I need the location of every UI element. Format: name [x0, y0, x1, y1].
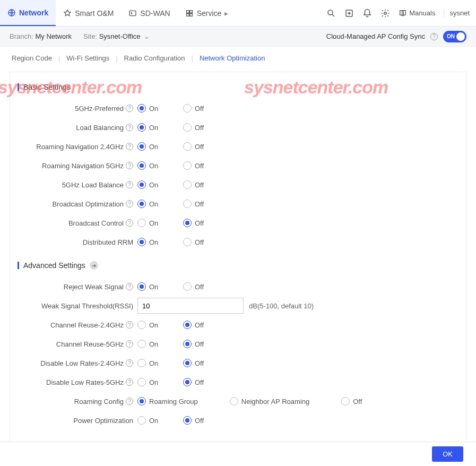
- opt-on: On: [149, 359, 162, 367]
- nav-smart-om-label: Smart O&M: [75, 9, 114, 18]
- opt-on: On: [149, 124, 162, 132]
- radio-dlr-24-off[interactable]: [183, 359, 192, 367]
- radio-load-balancing-on[interactable]: [137, 123, 146, 132]
- row-weak-threshold: Weak Signal Threshold(RSSI) dB(5-100, de…: [10, 296, 466, 315]
- radio-5ghz-preferred-on[interactable]: [137, 104, 146, 113]
- radio-5ghz-lb-off[interactable]: [183, 180, 192, 189]
- radio-bcast-ctl-on[interactable]: [137, 219, 146, 227]
- radio-load-balancing-off[interactable]: [183, 123, 192, 132]
- row-power-opt: Power Optimization On Off: [10, 411, 466, 430]
- config-sync-toggle[interactable]: ON: [443, 31, 466, 42]
- lbl-power-opt: Power Optimization: [73, 417, 133, 425]
- lbl-5ghz-lb: 5GHz Load Balance: [62, 181, 124, 189]
- branch-value[interactable]: My Network: [35, 32, 72, 40]
- user-name[interactable]: sysnet: [444, 9, 470, 17]
- opt-off: Off: [195, 105, 207, 113]
- opt-off: Off: [195, 359, 207, 367]
- row-load-balancing: Load Balancing? On Off: [10, 118, 466, 137]
- lbl-bcast-ctl: Broadcast Control: [68, 219, 124, 227]
- help-icon[interactable]: ?: [126, 359, 133, 367]
- service-icon: [185, 9, 194, 18]
- radio-roamcfg-neighbor[interactable]: [230, 397, 238, 405]
- help-icon[interactable]: ?: [126, 162, 133, 169]
- tab-network-optimization[interactable]: Network Optimization: [197, 53, 267, 63]
- row-reject-weak: Reject Weak Signal? On Off: [10, 277, 466, 296]
- sdwan-icon: [128, 9, 137, 18]
- help-icon[interactable]: ?: [126, 398, 133, 405]
- chevron-down-icon[interactable]: ⌄: [144, 32, 150, 40]
- help-icon[interactable]: ?: [126, 200, 133, 208]
- radio-dlr-24-on[interactable]: [137, 359, 146, 367]
- footer: OK: [0, 442, 476, 466]
- tab-radio-config[interactable]: Radio Configuration: [122, 53, 187, 63]
- help-icon[interactable]: ?: [126, 105, 133, 112]
- opt-on: On: [149, 143, 162, 151]
- opt-on: On: [149, 417, 162, 425]
- radio-chreuse-24-off[interactable]: [183, 321, 192, 329]
- radio-dlr-5-on[interactable]: [137, 378, 146, 386]
- help-icon[interactable]: ?: [126, 378, 133, 386]
- tab-wifi-settings[interactable]: Wi-Fi Settings: [64, 53, 111, 63]
- weak-threshold-input[interactable]: [137, 298, 244, 314]
- help-icon[interactable]: ?: [126, 340, 133, 348]
- tab-region-code[interactable]: Region Code: [10, 53, 54, 63]
- opt-on: On: [149, 181, 162, 189]
- nav-smart-om[interactable]: Smart O&M: [56, 0, 121, 26]
- radio-chreuse-24-on[interactable]: [137, 321, 146, 329]
- radio-chreuse-5-on[interactable]: [137, 340, 146, 348]
- radio-reject-weak-on[interactable]: [137, 282, 146, 291]
- globe-icon: [7, 8, 16, 17]
- radio-roamcfg-group[interactable]: [137, 397, 146, 405]
- radio-roaming-5-on[interactable]: [137, 161, 146, 170]
- help-icon[interactable]: ?: [126, 143, 133, 150]
- gear-icon[interactable]: [380, 8, 390, 18]
- config-sync-label: Cloud-Managed AP Config Sync: [326, 32, 425, 40]
- ok-button[interactable]: OK: [432, 446, 463, 462]
- manuals-link[interactable]: Manuals: [399, 9, 435, 18]
- radio-roamcfg-off[interactable]: [341, 397, 350, 405]
- lbl-drrm: Distributed RRM: [83, 238, 133, 246]
- radio-roaming-24-off[interactable]: [183, 142, 192, 151]
- add-icon[interactable]: [344, 8, 354, 18]
- lbl-dlr-24: Disable Low Rates-2.4GHz: [40, 359, 124, 367]
- lbl-roaming-24: Roaming Navigation 2.4GHz: [36, 143, 124, 151]
- radio-dlr-5-off[interactable]: [183, 378, 192, 386]
- help-icon[interactable]: ?: [126, 124, 133, 131]
- lbl-roaming-config: Roaming Config: [74, 398, 124, 405]
- radio-bcast-ctl-off[interactable]: [183, 219, 192, 227]
- opt-off: Off: [195, 321, 207, 329]
- lbl-roaming-5: Roaming Navigation 5GHz: [42, 162, 124, 170]
- expand-icon[interactable]: ➔: [90, 261, 98, 270]
- radio-drrm-off[interactable]: [183, 238, 192, 246]
- radio-bcast-opt-off[interactable]: [183, 200, 192, 208]
- help-icon[interactable]: ?: [126, 321, 133, 329]
- radio-5ghz-lb-on[interactable]: [137, 180, 146, 189]
- opt-off: Off: [195, 181, 207, 189]
- nav-sdwan[interactable]: SD-WAN: [121, 0, 177, 26]
- advanced-settings-label: Advanced Settings: [23, 261, 85, 270]
- radio-5ghz-preferred-off[interactable]: [183, 104, 192, 113]
- radio-roaming-24-on[interactable]: [137, 142, 146, 151]
- smart-om-icon: [63, 9, 72, 18]
- book-icon: [399, 9, 407, 18]
- help-icon[interactable]: ?: [430, 33, 438, 40]
- opt-off: Off: [195, 417, 207, 425]
- radio-chreuse-5-off[interactable]: [183, 340, 192, 348]
- subbar-right: Cloud-Managed AP Config Sync ? ON: [326, 31, 466, 42]
- opt-roaming-group: Roaming Group: [149, 398, 198, 405]
- bell-icon[interactable]: [362, 8, 372, 18]
- radio-power-opt-on[interactable]: [137, 416, 146, 425]
- radio-bcast-opt-on[interactable]: [137, 200, 146, 208]
- radio-roaming-5-off[interactable]: [183, 161, 192, 170]
- radio-power-opt-off[interactable]: [183, 416, 192, 425]
- nav-network[interactable]: Network: [0, 0, 56, 26]
- help-icon[interactable]: ?: [126, 283, 133, 290]
- radio-drrm-on[interactable]: [137, 238, 146, 246]
- search-icon[interactable]: [326, 8, 336, 18]
- nav-service[interactable]: Service ▸: [178, 0, 236, 26]
- radio-reject-weak-off[interactable]: [183, 282, 192, 291]
- help-icon[interactable]: ?: [126, 219, 133, 227]
- site-value[interactable]: Sysnet-Office: [99, 32, 141, 40]
- help-icon[interactable]: ?: [126, 181, 133, 188]
- opt-on: On: [149, 238, 162, 246]
